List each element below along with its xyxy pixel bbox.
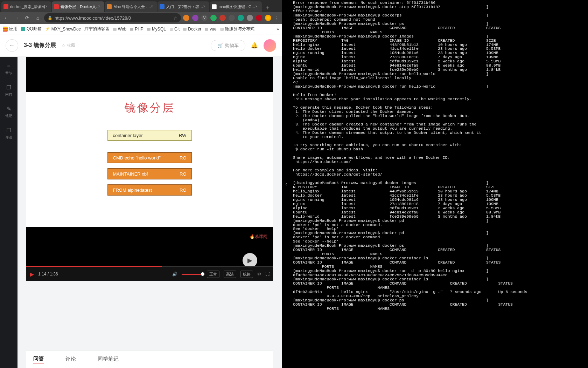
play-button[interactable]: ▶ <box>30 271 34 278</box>
user-avatar[interactable] <box>264 39 276 52</box>
evernote-icon[interactable] <box>210 15 217 21</box>
tab-2[interactable]: Mac 终端命令大全 - … × <box>105 1 157 12</box>
close-icon[interactable]: × <box>45 5 49 9</box>
apps-icon <box>3 27 8 32</box>
lightning-icon: ⚡ <box>45 27 50 31</box>
bookmark-qqmail[interactable]: QQ邮箱 <box>21 26 42 32</box>
ibm-favicon <box>160 4 164 9</box>
fullscreen-icon[interactable]: ⛶ <box>265 272 270 277</box>
close-icon[interactable]: × <box>255 5 260 9</box>
bookmark-showdoc[interactable]: ⚡MXY_ShowDoc <box>45 27 81 32</box>
rail-qa[interactable]: ❐问答 <box>5 84 12 97</box>
video-player[interactable]: 镜像分层 container layer RW CMD echo "hello … <box>26 57 273 281</box>
page-header: ← 3-3 镜像分层 ☆ 收藏 🛒购物车 🔔 <box>0 34 282 57</box>
subtab-comments[interactable]: 评论 <box>65 356 76 363</box>
comment-icon: ☐ <box>6 127 11 134</box>
tab-4[interactable]: mac截图快捷键 - G… × <box>210 1 261 12</box>
close-icon[interactable]: × <box>151 5 155 9</box>
course-back-button[interactable]: ← <box>6 39 18 52</box>
tab-0[interactable]: docker_搜索_慕课网 × <box>1 1 51 12</box>
list-icon: ≡ <box>7 63 10 69</box>
tab-label: 镜像分层，Docker入… <box>61 4 98 9</box>
tab-strip: docker_搜索_慕课网 × 镜像分层，Docker入… × Mac 终端命令… <box>0 0 282 12</box>
layer-container: container layer RW <box>107 130 192 141</box>
star-icon[interactable]: ☆ <box>173 15 177 21</box>
course-title: 3-3 镜像分层 <box>24 42 56 49</box>
bookmark-folder-web[interactable]: ▥Web <box>113 27 126 32</box>
bookmark-folder-php[interactable]: ▥PHP <box>130 27 144 32</box>
extension-icon[interactable] <box>247 15 253 21</box>
play-overlay-button[interactable]: ▶ <box>243 253 257 268</box>
layer-text: container layer <box>113 133 143 138</box>
line-button[interactable]: 线路 <box>240 271 253 278</box>
bookmark-blog[interactable]: 兴宁的博客园 <box>84 26 110 32</box>
toolbar: ← → ⟳ ⌂ 🔒 https://www.imooc.com/video/15… <box>0 12 282 24</box>
tab-label: mac截图快捷键 - G… <box>218 4 255 9</box>
subtab-qa[interactable]: 问答 <box>33 355 44 363</box>
settings-icon[interactable]: ⚙ <box>257 272 261 277</box>
extension-icon[interactable] <box>229 15 235 21</box>
slide-title: 镜像分层 <box>125 100 175 116</box>
rail-notes[interactable]: ✎笔记 <box>5 105 12 118</box>
extension-icon[interactable]: V <box>201 15 208 21</box>
volume-slider[interactable] <box>182 274 203 275</box>
jianshu-favicon <box>107 4 112 9</box>
volume-icon[interactable]: 🔊 <box>172 272 177 277</box>
time-display: 1:14 / 1:36 <box>38 272 58 277</box>
layer-from: FROM alpine:latest RO <box>107 184 192 196</box>
terminal[interactable]: Error response from daemon: No such cont… <box>291 0 588 368</box>
close-icon[interactable]: × <box>98 5 102 9</box>
address-bar[interactable]: 🔒 https://www.imooc.com/video/15728/0 ☆ <box>44 13 181 22</box>
home-icon[interactable]: ⌂ <box>34 14 42 22</box>
layer-mode: RO <box>180 171 187 177</box>
tab-label: Mac 终端命令大全 - … <box>113 4 151 9</box>
layer-text: MAINTAINER xbf <box>113 171 148 177</box>
layer-mode: RO <box>180 188 187 193</box>
volume-knob[interactable] <box>201 272 204 276</box>
bookmark-folder-docker[interactable]: ▥Docker <box>183 27 201 32</box>
back-icon[interactable]: ← <box>2 14 10 22</box>
bookmark-folder-mysql[interactable]: ▥MySQL <box>147 27 166 32</box>
tab-1[interactable]: 镜像分层，Docker入… × <box>52 1 104 12</box>
pencil-icon: ✎ <box>7 105 11 112</box>
bookmarks-overflow[interactable]: » <box>276 27 279 32</box>
menu-icon[interactable]: ⋮ <box>274 15 280 21</box>
extension-icon[interactable] <box>183 15 189 21</box>
extension-icon[interactable] <box>238 15 244 21</box>
rail-comments[interactable]: ☐评论 <box>5 127 12 140</box>
collapse-pane-button[interactable]: ‹ <box>282 0 291 368</box>
terminal-output: Error response from daemon: No such cont… <box>293 0 527 311</box>
folder-icon: ▥ <box>113 27 117 31</box>
imooc-favicon <box>4 4 8 9</box>
video-area: 镜像分层 container layer RW CMD echo "hello … <box>18 57 282 368</box>
qq-icon <box>21 27 25 31</box>
quality-button[interactable]: 高清 <box>224 271 236 278</box>
folder-icon: ▥ <box>205 27 208 31</box>
close-icon[interactable]: × <box>203 5 207 9</box>
cart-button[interactable]: 🛒购物车 <box>211 40 245 51</box>
extension-icon[interactable] <box>192 15 198 21</box>
extension-icon[interactable] <box>219 15 226 21</box>
speed-button[interactable]: 正常 <box>207 271 219 278</box>
url-text: https://www.imooc.com/video/15728/0 <box>55 15 131 21</box>
tab-3[interactable]: 入门，第2部分：容… × <box>158 1 209 12</box>
favorite-button[interactable]: ☆ 收藏 <box>62 42 75 48</box>
browser-window: docker_搜索_慕课网 × 镜像分层，Docker入… × Mac 终端命令… <box>0 0 282 368</box>
bookmark-folder-microservice[interactable]: ▥微服务与分布式 <box>220 26 254 32</box>
folder-icon: ▥ <box>147 27 150 31</box>
video-slide: 镜像分层 container layer RW CMD echo "hello … <box>26 92 273 227</box>
layer-cmd: CMD echo "hello world" RO <box>107 152 192 163</box>
apps-button[interactable]: 应用 <box>3 26 18 32</box>
rail-chapters[interactable]: ≡章节 <box>5 63 12 76</box>
subtab-notes[interactable]: 同学笔记 <box>98 356 119 363</box>
forward-icon[interactable]: → <box>13 14 21 22</box>
bookmark-folder-git[interactable]: ▥Git <box>169 27 180 32</box>
profile-avatar[interactable] <box>265 15 271 21</box>
folder-icon: ▥ <box>220 27 224 31</box>
new-tab-button[interactable]: ＋ <box>264 4 272 12</box>
reload-icon[interactable]: ⟳ <box>23 14 31 22</box>
extensions: V ⋮ <box>183 15 280 21</box>
notifications-icon[interactable]: 🔔 <box>251 42 258 49</box>
pinterest-icon[interactable] <box>256 15 262 21</box>
bookmark-folder-vue[interactable]: ▥vue <box>205 27 216 32</box>
